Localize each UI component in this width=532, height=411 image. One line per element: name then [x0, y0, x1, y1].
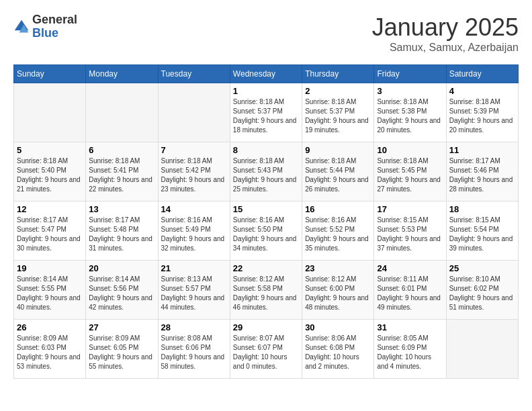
- weekday-header: Monday: [86, 65, 158, 83]
- day-cell: 1Sunrise: 8:18 AMSunset: 5:37 PMDaylight…: [230, 83, 302, 142]
- day-number: 23: [305, 263, 371, 273]
- day-detail: Sunrise: 8:17 AMSunset: 5:48 PMDaylight:…: [89, 216, 154, 253]
- day-detail: Sunrise: 8:18 AMSunset: 5:45 PMDaylight:…: [377, 156, 443, 194]
- day-number: 5: [17, 145, 83, 155]
- day-detail: Sunrise: 8:08 AMSunset: 6:06 PMDaylight:…: [161, 334, 227, 371]
- day-cell: 8Sunrise: 8:18 AMSunset: 5:43 PMDaylight…: [230, 142, 302, 201]
- day-number: 24: [377, 263, 443, 273]
- weekday-header: Thursday: [302, 65, 374, 83]
- day-detail: Sunrise: 8:17 AMSunset: 5:47 PMDaylight:…: [17, 216, 83, 253]
- day-number: 18: [449, 204, 515, 214]
- day-detail: Sunrise: 8:18 AMSunset: 5:41 PMDaylight:…: [89, 156, 154, 194]
- title-block: January 2025 Samux, Samux, Azerbaijan: [372, 13, 519, 54]
- day-cell: 23Sunrise: 8:12 AMSunset: 6:00 PMDayligh…: [302, 261, 374, 320]
- day-detail: Sunrise: 8:18 AMSunset: 5:42 PMDaylight:…: [161, 156, 227, 194]
- logo-text: General Blue: [32, 13, 77, 40]
- day-cell: 12Sunrise: 8:17 AMSunset: 5:47 PMDayligh…: [14, 201, 86, 261]
- day-detail: Sunrise: 8:16 AMSunset: 5:52 PMDaylight:…: [305, 216, 371, 253]
- week-row: 1Sunrise: 8:18 AMSunset: 5:37 PMDaylight…: [14, 83, 519, 142]
- day-number: 3: [377, 86, 443, 96]
- weekday-header: Tuesday: [158, 65, 230, 83]
- day-cell: 25Sunrise: 8:10 AMSunset: 6:02 PMDayligh…: [446, 261, 518, 320]
- day-detail: Sunrise: 8:13 AMSunset: 5:57 PMDaylight:…: [161, 275, 227, 312]
- day-detail: Sunrise: 8:18 AMSunset: 5:43 PMDaylight:…: [233, 156, 299, 194]
- day-detail: Sunrise: 8:06 AMSunset: 6:08 PMDaylight:…: [305, 334, 371, 371]
- day-detail: Sunrise: 8:15 AMSunset: 5:53 PMDaylight:…: [377, 216, 443, 253]
- day-detail: Sunrise: 8:15 AMSunset: 5:54 PMDaylight:…: [449, 216, 515, 253]
- week-row: 12Sunrise: 8:17 AMSunset: 5:47 PMDayligh…: [14, 201, 519, 261]
- day-cell: 21Sunrise: 8:13 AMSunset: 5:57 PMDayligh…: [158, 261, 230, 320]
- day-detail: Sunrise: 8:18 AMSunset: 5:39 PMDaylight:…: [449, 97, 515, 135]
- day-cell: 5Sunrise: 8:18 AMSunset: 5:40 PMDaylight…: [14, 142, 86, 201]
- day-number: 11: [449, 145, 515, 155]
- day-detail: Sunrise: 8:12 AMSunset: 6:00 PMDaylight:…: [305, 275, 371, 312]
- day-detail: Sunrise: 8:18 AMSunset: 5:38 PMDaylight:…: [377, 97, 443, 135]
- day-number: 26: [17, 322, 83, 332]
- day-number: 29: [233, 322, 299, 332]
- day-detail: Sunrise: 8:14 AMSunset: 5:55 PMDaylight:…: [17, 275, 83, 312]
- logo: General Blue: [13, 13, 77, 40]
- day-number: 1: [233, 86, 299, 96]
- day-detail: Sunrise: 8:09 AMSunset: 6:05 PMDaylight:…: [89, 334, 154, 371]
- day-number: 20: [89, 263, 154, 273]
- day-cell: 13Sunrise: 8:17 AMSunset: 5:48 PMDayligh…: [86, 201, 158, 261]
- logo-icon: [13, 19, 30, 35]
- day-number: 7: [161, 145, 227, 155]
- day-cell: 22Sunrise: 8:12 AMSunset: 5:58 PMDayligh…: [230, 261, 302, 320]
- week-row: 19Sunrise: 8:14 AMSunset: 5:55 PMDayligh…: [14, 261, 519, 320]
- day-cell: 28Sunrise: 8:08 AMSunset: 6:06 PMDayligh…: [158, 320, 230, 379]
- day-number: 19: [17, 263, 83, 273]
- day-number: 31: [377, 322, 443, 332]
- location: Samux, Samux, Azerbaijan: [372, 42, 519, 54]
- day-cell: 16Sunrise: 8:16 AMSunset: 5:52 PMDayligh…: [302, 201, 374, 261]
- day-cell: 26Sunrise: 8:09 AMSunset: 6:03 PMDayligh…: [14, 320, 86, 379]
- day-detail: Sunrise: 8:07 AMSunset: 6:07 PMDaylight:…: [233, 334, 299, 371]
- day-number: 21: [161, 263, 227, 273]
- day-cell: [446, 320, 518, 379]
- day-cell: 29Sunrise: 8:07 AMSunset: 6:07 PMDayligh…: [230, 320, 302, 379]
- day-cell: 17Sunrise: 8:15 AMSunset: 5:53 PMDayligh…: [374, 201, 446, 261]
- day-cell: 7Sunrise: 8:18 AMSunset: 5:42 PMDaylight…: [158, 142, 230, 201]
- day-number: 10: [377, 145, 443, 155]
- day-number: 14: [161, 204, 227, 214]
- day-detail: Sunrise: 8:05 AMSunset: 6:09 PMDaylight:…: [377, 334, 443, 371]
- day-number: 16: [305, 204, 371, 214]
- day-detail: Sunrise: 8:18 AMSunset: 5:44 PMDaylight:…: [305, 156, 371, 194]
- weekday-header: Saturday: [446, 65, 518, 83]
- day-detail: Sunrise: 8:16 AMSunset: 5:49 PMDaylight:…: [161, 216, 227, 253]
- day-detail: Sunrise: 8:18 AMSunset: 5:37 PMDaylight:…: [305, 97, 371, 135]
- day-cell: 31Sunrise: 8:05 AMSunset: 6:09 PMDayligh…: [374, 320, 446, 379]
- day-number: 25: [449, 263, 515, 273]
- day-detail: Sunrise: 8:11 AMSunset: 6:01 PMDaylight:…: [377, 275, 443, 312]
- day-cell: 6Sunrise: 8:18 AMSunset: 5:41 PMDaylight…: [86, 142, 158, 201]
- day-cell: 15Sunrise: 8:16 AMSunset: 5:50 PMDayligh…: [230, 201, 302, 261]
- day-number: 8: [233, 145, 299, 155]
- day-cell: 2Sunrise: 8:18 AMSunset: 5:37 PMDaylight…: [302, 83, 374, 142]
- week-row: 26Sunrise: 8:09 AMSunset: 6:03 PMDayligh…: [14, 320, 519, 379]
- page-header: General Blue January 2025 Samux, Samux, …: [13, 13, 519, 54]
- week-row: 5Sunrise: 8:18 AMSunset: 5:40 PMDaylight…: [14, 142, 519, 201]
- day-number: 2: [305, 86, 371, 96]
- day-number: 15: [233, 204, 299, 214]
- logo-blue: Blue: [32, 27, 77, 40]
- day-detail: Sunrise: 8:18 AMSunset: 5:40 PMDaylight:…: [17, 156, 83, 194]
- day-cell: 18Sunrise: 8:15 AMSunset: 5:54 PMDayligh…: [446, 201, 518, 261]
- day-cell: 30Sunrise: 8:06 AMSunset: 6:08 PMDayligh…: [302, 320, 374, 379]
- calendar: SundayMondayTuesdayWednesdayThursdayFrid…: [13, 64, 519, 379]
- day-number: 13: [89, 204, 154, 214]
- weekday-header: Friday: [374, 65, 446, 83]
- weekday-header-row: SundayMondayTuesdayWednesdayThursdayFrid…: [14, 65, 519, 83]
- day-detail: Sunrise: 8:17 AMSunset: 5:46 PMDaylight:…: [449, 156, 515, 194]
- weekday-header: Sunday: [14, 65, 86, 83]
- day-cell: 3Sunrise: 8:18 AMSunset: 5:38 PMDaylight…: [374, 83, 446, 142]
- day-number: 6: [89, 145, 154, 155]
- month-title: January 2025: [372, 13, 519, 42]
- day-detail: Sunrise: 8:14 AMSunset: 5:56 PMDaylight:…: [89, 275, 154, 312]
- day-detail: Sunrise: 8:18 AMSunset: 5:37 PMDaylight:…: [233, 97, 299, 135]
- day-number: 17: [377, 204, 443, 214]
- day-cell: 4Sunrise: 8:18 AMSunset: 5:39 PMDaylight…: [446, 83, 518, 142]
- day-number: 27: [89, 322, 154, 332]
- day-cell: 24Sunrise: 8:11 AMSunset: 6:01 PMDayligh…: [374, 261, 446, 320]
- day-detail: Sunrise: 8:12 AMSunset: 5:58 PMDaylight:…: [233, 275, 299, 312]
- day-number: 22: [233, 263, 299, 273]
